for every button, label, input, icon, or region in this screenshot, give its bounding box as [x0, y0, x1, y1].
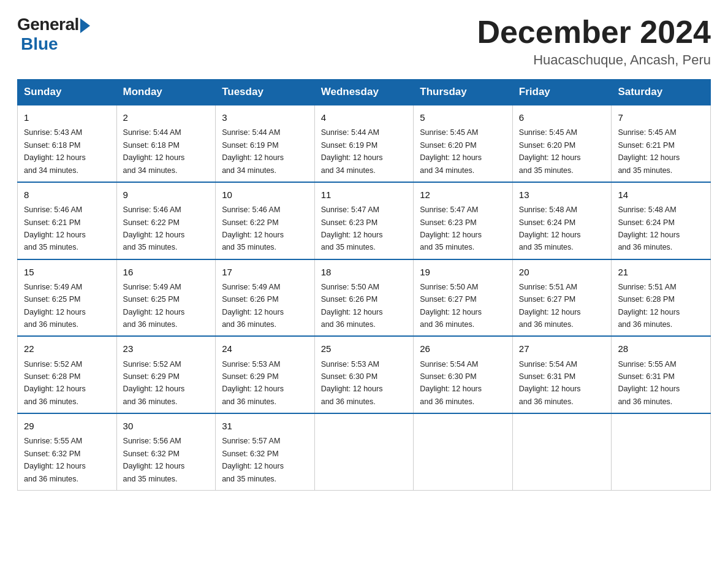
calendar-week-row: 15Sunrise: 5:49 AMSunset: 6:25 PMDayligh…	[18, 259, 711, 337]
calendar-cell: 13Sunrise: 5:48 AMSunset: 6:24 PMDayligh…	[512, 182, 612, 259]
day-info: Sunrise: 5:50 AMSunset: 6:27 PMDaylight:…	[420, 283, 482, 329]
day-info: Sunrise: 5:52 AMSunset: 6:29 PMDaylight:…	[123, 360, 185, 406]
day-number: 9	[123, 188, 210, 202]
calendar-cell: 20Sunrise: 5:51 AMSunset: 6:27 PMDayligh…	[512, 259, 612, 337]
calendar-cell: 15Sunrise: 5:49 AMSunset: 6:25 PMDayligh…	[18, 259, 117, 337]
calendar-table: SundayMondayTuesdayWednesdayThursdayFrid…	[17, 79, 711, 491]
day-number: 3	[222, 110, 308, 124]
day-info: Sunrise: 5:46 AMSunset: 6:22 PMDaylight:…	[222, 205, 284, 251]
day-info: Sunrise: 5:49 AMSunset: 6:25 PMDaylight:…	[123, 283, 185, 329]
day-number: 23	[123, 342, 210, 356]
day-info: Sunrise: 5:45 AMSunset: 6:20 PMDaylight:…	[420, 128, 482, 174]
calendar-cell: 2Sunrise: 5:44 AMSunset: 6:18 PMDaylight…	[116, 105, 216, 182]
header-day-sunday: Sunday	[18, 80, 117, 105]
logo-arrow-icon	[80, 18, 90, 33]
calendar-cell: 17Sunrise: 5:49 AMSunset: 6:26 PMDayligh…	[216, 259, 315, 337]
calendar-cell	[414, 413, 513, 490]
header-day-friday: Friday	[512, 80, 612, 105]
calendar-cell	[314, 413, 414, 490]
day-number: 13	[519, 188, 605, 202]
day-info: Sunrise: 5:49 AMSunset: 6:26 PMDaylight:…	[222, 283, 284, 329]
header-day-saturday: Saturday	[612, 80, 711, 105]
calendar-week-row: 22Sunrise: 5:52 AMSunset: 6:28 PMDayligh…	[18, 336, 711, 413]
day-info: Sunrise: 5:51 AMSunset: 6:27 PMDaylight:…	[519, 283, 581, 329]
calendar-cell: 4Sunrise: 5:44 AMSunset: 6:19 PMDaylight…	[314, 105, 414, 182]
day-info: Sunrise: 5:44 AMSunset: 6:19 PMDaylight:…	[321, 128, 383, 174]
day-info: Sunrise: 5:47 AMSunset: 6:23 PMDaylight:…	[321, 205, 383, 251]
header-day-monday: Monday	[116, 80, 216, 105]
day-number: 19	[420, 265, 506, 279]
day-number: 1	[24, 110, 110, 124]
day-info: Sunrise: 5:50 AMSunset: 6:26 PMDaylight:…	[321, 283, 383, 329]
day-number: 10	[222, 188, 308, 202]
location-subtitle: Huacaschuque, Ancash, Peru	[477, 52, 711, 68]
calendar-cell: 22Sunrise: 5:52 AMSunset: 6:28 PMDayligh…	[18, 336, 117, 413]
header-day-wednesday: Wednesday	[314, 80, 414, 105]
day-info: Sunrise: 5:52 AMSunset: 6:28 PMDaylight:…	[24, 360, 86, 406]
logo-blue-text: Blue	[21, 34, 58, 54]
calendar-cell: 12Sunrise: 5:47 AMSunset: 6:23 PMDayligh…	[414, 182, 513, 259]
day-info: Sunrise: 5:44 AMSunset: 6:19 PMDaylight:…	[222, 128, 284, 174]
day-info: Sunrise: 5:47 AMSunset: 6:23 PMDaylight:…	[420, 205, 482, 251]
calendar-cell: 7Sunrise: 5:45 AMSunset: 6:21 PMDaylight…	[612, 105, 711, 182]
day-info: Sunrise: 5:53 AMSunset: 6:29 PMDaylight:…	[222, 360, 284, 406]
day-info: Sunrise: 5:55 AMSunset: 6:32 PMDaylight:…	[24, 437, 86, 483]
calendar-cell: 6Sunrise: 5:45 AMSunset: 6:20 PMDaylight…	[512, 105, 612, 182]
logo: General Blue	[17, 15, 90, 54]
day-info: Sunrise: 5:46 AMSunset: 6:21 PMDaylight:…	[24, 205, 86, 251]
calendar-cell: 31Sunrise: 5:57 AMSunset: 6:32 PMDayligh…	[216, 413, 315, 490]
day-number: 27	[519, 342, 605, 356]
calendar-cell	[612, 413, 711, 490]
calendar-cell: 28Sunrise: 5:55 AMSunset: 6:31 PMDayligh…	[612, 336, 711, 413]
day-info: Sunrise: 5:53 AMSunset: 6:30 PMDaylight:…	[321, 360, 383, 406]
calendar-cell: 24Sunrise: 5:53 AMSunset: 6:29 PMDayligh…	[216, 336, 315, 413]
calendar-cell: 23Sunrise: 5:52 AMSunset: 6:29 PMDayligh…	[116, 336, 216, 413]
day-number: 6	[519, 110, 605, 124]
day-number: 20	[519, 265, 605, 279]
calendar-cell: 25Sunrise: 5:53 AMSunset: 6:30 PMDayligh…	[314, 336, 414, 413]
calendar-week-row: 29Sunrise: 5:55 AMSunset: 6:32 PMDayligh…	[18, 413, 711, 490]
day-info: Sunrise: 5:45 AMSunset: 6:20 PMDaylight:…	[519, 128, 581, 174]
day-info: Sunrise: 5:51 AMSunset: 6:28 PMDaylight:…	[618, 283, 680, 329]
day-number: 7	[618, 110, 704, 124]
day-info: Sunrise: 5:56 AMSunset: 6:32 PMDaylight:…	[123, 437, 185, 483]
day-number: 24	[222, 342, 308, 356]
day-number: 21	[618, 265, 704, 279]
calendar-cell: 8Sunrise: 5:46 AMSunset: 6:21 PMDaylight…	[18, 182, 117, 259]
day-info: Sunrise: 5:55 AMSunset: 6:31 PMDaylight:…	[618, 360, 680, 406]
day-info: Sunrise: 5:48 AMSunset: 6:24 PMDaylight:…	[618, 205, 680, 251]
calendar-cell	[512, 413, 612, 490]
calendar-week-row: 1Sunrise: 5:43 AMSunset: 6:18 PMDaylight…	[18, 105, 711, 182]
calendar-cell: 11Sunrise: 5:47 AMSunset: 6:23 PMDayligh…	[314, 182, 414, 259]
day-number: 30	[123, 419, 210, 433]
calendar-cell: 5Sunrise: 5:45 AMSunset: 6:20 PMDaylight…	[414, 105, 513, 182]
calendar-cell: 18Sunrise: 5:50 AMSunset: 6:26 PMDayligh…	[314, 259, 414, 337]
logo-general-text: General	[17, 15, 79, 34]
day-number: 5	[420, 110, 506, 124]
day-info: Sunrise: 5:54 AMSunset: 6:31 PMDaylight:…	[519, 360, 581, 406]
calendar-cell: 21Sunrise: 5:51 AMSunset: 6:28 PMDayligh…	[612, 259, 711, 337]
day-number: 8	[24, 188, 110, 202]
day-number: 29	[24, 419, 110, 433]
day-info: Sunrise: 5:43 AMSunset: 6:18 PMDaylight:…	[24, 128, 86, 174]
day-number: 25	[321, 342, 408, 356]
calendar-cell: 14Sunrise: 5:48 AMSunset: 6:24 PMDayligh…	[612, 182, 711, 259]
day-number: 2	[123, 110, 210, 124]
day-number: 31	[222, 419, 308, 433]
day-info: Sunrise: 5:57 AMSunset: 6:32 PMDaylight:…	[222, 437, 284, 483]
day-info: Sunrise: 5:46 AMSunset: 6:22 PMDaylight:…	[123, 205, 185, 251]
day-number: 15	[24, 265, 110, 279]
calendar-week-row: 8Sunrise: 5:46 AMSunset: 6:21 PMDaylight…	[18, 182, 711, 259]
day-info: Sunrise: 5:48 AMSunset: 6:24 PMDaylight:…	[519, 205, 581, 251]
day-number: 17	[222, 265, 308, 279]
day-number: 14	[618, 188, 704, 202]
day-info: Sunrise: 5:44 AMSunset: 6:18 PMDaylight:…	[123, 128, 185, 174]
page-header: General Blue December 2024 Huacaschuque,…	[17, 15, 711, 68]
day-number: 26	[420, 342, 506, 356]
day-number: 12	[420, 188, 506, 202]
calendar-header-row: SundayMondayTuesdayWednesdayThursdayFrid…	[18, 80, 711, 105]
day-info: Sunrise: 5:54 AMSunset: 6:30 PMDaylight:…	[420, 360, 482, 406]
calendar-cell: 19Sunrise: 5:50 AMSunset: 6:27 PMDayligh…	[414, 259, 513, 337]
calendar-cell: 26Sunrise: 5:54 AMSunset: 6:30 PMDayligh…	[414, 336, 513, 413]
day-number: 4	[321, 110, 408, 124]
